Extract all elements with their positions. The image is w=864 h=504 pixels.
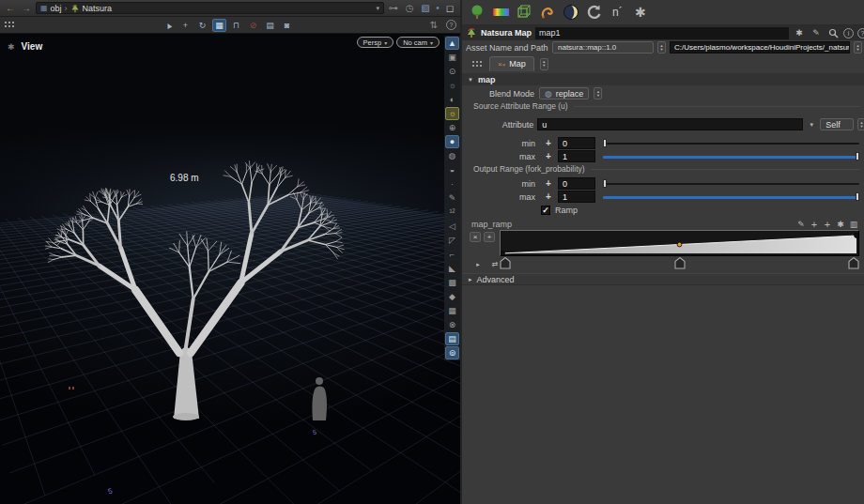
ramp-editor[interactable] [500,230,859,256]
flat-shaded-icon[interactable]: ◒ [445,163,459,176]
recook-tool-icon[interactable] [586,4,603,21]
select-box-icon[interactable]: ⊓ [229,19,243,32]
sort-icon[interactable]: ⇅ [427,19,440,31]
output-min-field[interactable]: 0 [558,177,595,190]
secure-selection-icon[interactable]: ▲ [445,37,459,50]
snapshot-camera-icon[interactable]: ◙ [280,19,294,32]
handle-display-icon[interactable]: ⊗ [445,318,459,331]
edit-display-icon[interactable]: ✎ [445,191,459,205]
add-key-icon[interactable]: + [821,218,834,230]
path-breadcrumb[interactable]: ▦ obj › Natsura ▾ [36,2,384,14]
visibility-icon[interactable]: ⊚ [445,346,459,359]
channel-button[interactable]: + [543,138,554,149]
normals-display-icon[interactable]: ◁ [445,220,459,233]
output-min-slider[interactable] [603,178,859,189]
point-display-icon[interactable]: · [445,177,459,191]
pane-handle-icon[interactable] [4,21,16,29]
texture-checker-icon[interactable]: ▩ [445,276,459,289]
delete-point-button[interactable]: × [470,232,481,242]
ramp-play-icon[interactable]: ▸ [471,258,485,270]
brush-icon[interactable]: ✎ [810,27,823,39]
source-min-slider[interactable] [603,138,859,148]
image-plane-icon[interactable]: ▤ [445,332,459,345]
character-pose-icon[interactable]: ⊕ [445,121,459,134]
path-spinner[interactable]: ▲▼ [854,41,862,53]
material-sphere-icon[interactable]: ◐ [445,93,459,106]
tab-map[interactable]: ×× Map [489,56,534,71]
backface-icon[interactable]: ◣ [445,262,459,275]
blend-spinner[interactable]: ▲▼ [594,87,602,99]
snap-grid-icon[interactable]: ▦ [212,19,226,32]
section-advanced[interactable]: ▸ Advanced [462,273,864,285]
smooth-shaded-icon[interactable]: ● [445,135,459,148]
pane-dot-icon[interactable]: • [435,2,440,14]
nprime-tool-icon[interactable]: n´ [609,4,626,21]
output-max-field[interactable]: 1 [558,191,595,203]
rotate-tool-icon[interactable]: ↻ [195,19,209,32]
blend-mode-dropdown[interactable]: ◍ replace [539,87,589,99]
path-dropdown-icon[interactable]: ▾ [376,5,379,12]
edit-ramp-icon[interactable]: ✎ [795,218,808,230]
magnifier-icon[interactable] [826,27,840,39]
ramp-point-handle[interactable] [848,257,859,271]
default-light-icon[interactable]: ☼ [445,79,459,92]
help-icon[interactable]: ? [446,20,456,30]
select-tool-icon[interactable]: ▲ [160,16,178,34]
output-max-slider[interactable] [603,191,859,202]
tree-tool-icon[interactable] [469,4,486,21]
source-max-field[interactable]: 1 [558,150,595,162]
translate-tool-icon[interactable]: + [178,19,193,32]
ramp-point-handle[interactable] [500,257,511,271]
asset-spinner[interactable]: ▲▼ [657,41,666,53]
source-min-field[interactable]: 0 [558,137,595,149]
ramp-menu-icon[interactable]: ✱ [834,218,847,230]
breadcrumb-context[interactable]: obj [51,4,62,13]
particle-display-icon[interactable]: ◆ [445,290,459,303]
ramp-point-handle[interactable] [674,257,686,271]
flipbook-icon[interactable]: ▤ [263,19,277,32]
add-point-button[interactable]: + [484,232,495,242]
hook-tool-icon[interactable] [539,4,556,21]
pin-path-icon[interactable]: ⊶ [387,2,400,14]
help-icon[interactable]: ? [857,28,864,38]
point-numbers-icon[interactable]: ¹² [445,206,459,219]
scope-dropdown[interactable]: Self [820,118,854,130]
channel-button[interactable]: + [543,178,554,190]
gradient-tool-icon[interactable] [492,4,509,21]
move-keys-icon[interactable]: + [808,218,821,230]
moon-tool-icon[interactable] [563,4,579,21]
wireframe-icon[interactable]: ◍ [445,149,459,162]
forward-button[interactable]: → [20,2,33,14]
viewport-tab[interactable]: ✱ View [8,41,42,52]
pane-node-icon[interactable]: ▧ [419,2,432,14]
ramp-presets-icon[interactable]: ▥ [847,218,860,230]
attribute-field[interactable]: u [537,118,803,130]
show-selected-icon[interactable]: ▣ [445,51,459,64]
param-handle-icon[interactable] [471,60,484,69]
headlight-icon[interactable]: ☼ [445,107,459,120]
scene-viewport[interactable]: ✱ View Persp▾ No cam▾ ▲▣⊙☼◐☼⊕●◍◒·✎¹²◁◸⌐◣… [0,34,460,504]
camera-menu[interactable]: No cam▾ [396,37,440,48]
wirecube-tool-icon[interactable] [516,4,532,21]
lock-camera-icon[interactable]: ⊙ [445,65,459,78]
history-icon[interactable]: ◷ [403,2,416,14]
section-map[interactable]: ▼ map [462,73,864,85]
corner-pin-icon[interactable]: ⌐ [445,248,459,261]
asset-name-dropdown[interactable]: natsura::map::1.0 [552,41,654,53]
breadcrumb-node[interactable]: Natsura [83,4,113,13]
settings-flower-icon[interactable]: ✱ [633,4,650,21]
pane-layout-icon[interactable]: □ [443,2,456,14]
scope-spinner[interactable]: ▲▼ [857,118,864,130]
asset-path-field[interactable]: C:/Users/plasmo/workspace/HoudiniProject… [670,41,850,53]
projection-menu[interactable]: Persp▾ [357,37,394,48]
ramp-checkbox[interactable]: ✓ [541,206,550,215]
source-max-slider[interactable] [603,151,859,161]
info-icon[interactable]: i [843,28,854,38]
gear-menu-icon[interactable]: ✱ [793,27,806,39]
grid-display-icon[interactable]: ▦ [445,304,459,317]
node-name-field[interactable]: map1 [535,27,789,39]
attribute-dropdown-icon[interactable]: ▾ [807,118,816,130]
channel-button[interactable]: + [543,191,554,203]
channel-button[interactable]: + [543,151,554,162]
back-button[interactable]: ← [4,2,17,14]
